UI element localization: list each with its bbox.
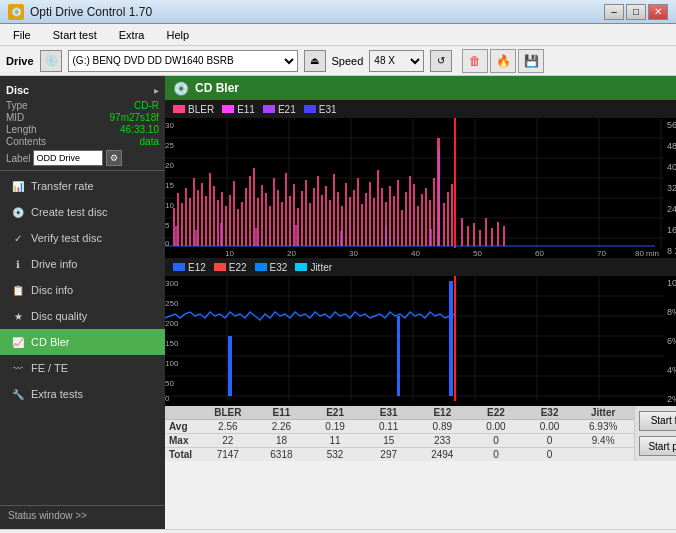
burn-button[interactable]: 🔥 bbox=[490, 49, 516, 73]
svg-rect-99 bbox=[385, 226, 387, 246]
svg-rect-38 bbox=[265, 193, 267, 246]
svg-rect-52 bbox=[321, 195, 323, 246]
disc-collapse-arrow[interactable]: ▸ bbox=[154, 85, 159, 96]
svg-rect-29 bbox=[229, 195, 231, 246]
sidebar-item-disc-info[interactable]: 📋 Disc info bbox=[0, 277, 165, 303]
sidebar-item-fe-te[interactable]: 〰 FE / TE bbox=[0, 355, 165, 381]
drive-select[interactable]: (G:) BENQ DVD DD DW1640 BSRB bbox=[68, 50, 298, 72]
max-e12: 233 bbox=[416, 435, 470, 446]
svg-rect-94 bbox=[195, 230, 197, 246]
y-label-56x: 56 X bbox=[667, 120, 676, 130]
y-label-2pct: 2% bbox=[667, 394, 676, 404]
svg-rect-75 bbox=[413, 184, 415, 246]
close-button[interactable]: ✕ bbox=[648, 4, 668, 20]
refresh-button[interactable]: ↺ bbox=[430, 50, 452, 72]
svg-rect-84 bbox=[451, 184, 453, 246]
svg-rect-41 bbox=[277, 190, 279, 246]
svg-rect-55 bbox=[333, 174, 335, 246]
max-e21: 11 bbox=[308, 435, 362, 446]
y-label-10pct: 10% bbox=[667, 278, 676, 288]
col-bler: BLER bbox=[201, 407, 255, 418]
sidebar-item-cd-bler[interactable]: 📈 CD Bler bbox=[0, 329, 165, 355]
verify-test-disc-icon: ✓ bbox=[11, 231, 25, 245]
y-label-32x: 32 X bbox=[667, 183, 676, 193]
avg-e11: 2.26 bbox=[255, 421, 309, 432]
svg-text:10: 10 bbox=[165, 201, 174, 210]
y-label-6pct: 6% bbox=[667, 336, 676, 346]
svg-rect-100 bbox=[430, 229, 432, 246]
svg-rect-22 bbox=[201, 183, 203, 246]
start-part-button[interactable]: Start part bbox=[639, 436, 676, 456]
svg-text:50: 50 bbox=[473, 249, 482, 258]
status-window-button[interactable]: Status window >> bbox=[0, 506, 165, 525]
speed-select[interactable]: 48 X bbox=[369, 50, 424, 72]
disc-label-input[interactable] bbox=[33, 150, 103, 166]
sidebar-item-disc-quality[interactable]: ★ Disc quality bbox=[0, 303, 165, 329]
bler-label: BLER bbox=[188, 104, 214, 115]
disc-type-label: Type bbox=[6, 100, 28, 111]
cd-bler-icon: 📈 bbox=[11, 335, 25, 349]
svg-rect-86 bbox=[467, 226, 469, 246]
total-e31: 297 bbox=[362, 449, 416, 460]
menu-help[interactable]: Help bbox=[157, 26, 198, 44]
legend-e22: E22 bbox=[214, 262, 247, 273]
start-full-button[interactable]: Start full bbox=[639, 411, 676, 431]
svg-rect-54 bbox=[329, 200, 331, 246]
sidebar-item-label: Disc info bbox=[31, 284, 73, 296]
create-test-disc-icon: 💿 bbox=[11, 205, 25, 219]
svg-rect-35 bbox=[253, 168, 255, 246]
svg-rect-23 bbox=[205, 196, 207, 246]
svg-rect-72 bbox=[401, 210, 403, 246]
disc-erase-button[interactable]: 🗑 bbox=[462, 49, 488, 73]
stats-area: BLER E11 E21 E31 E12 E22 E32 Jitter Avg … bbox=[165, 406, 676, 461]
disc-mid-label: MID bbox=[6, 112, 24, 123]
legend-e31: E31 bbox=[304, 104, 337, 115]
stats-max-row: Max 22 18 11 15 233 0 0 9.4% bbox=[165, 434, 634, 448]
window-controls: – □ ✕ bbox=[604, 4, 668, 20]
svg-rect-95 bbox=[220, 223, 222, 246]
svg-rect-71 bbox=[397, 180, 399, 246]
svg-rect-19 bbox=[189, 198, 191, 246]
jitter-color bbox=[295, 263, 307, 271]
status-section: Status window >> bbox=[0, 505, 165, 525]
sidebar-item-extra-tests[interactable]: 🔧 Extra tests bbox=[0, 381, 165, 407]
bottom-chart-svg: 300 250 200 150 100 50 0 0 10 20 30 40 5… bbox=[165, 276, 665, 406]
sidebar-item-verify-test-disc[interactable]: ✓ Verify test disc bbox=[0, 225, 165, 251]
sidebar-item-drive-info[interactable]: ℹ Drive info bbox=[0, 251, 165, 277]
svg-rect-85 bbox=[461, 218, 463, 246]
minimize-button[interactable]: – bbox=[604, 4, 624, 20]
save-button[interactable]: 💾 bbox=[518, 49, 544, 73]
menu-file[interactable]: File bbox=[4, 26, 40, 44]
disc-label-icon[interactable]: ⚙ bbox=[106, 150, 122, 166]
maximize-button[interactable]: □ bbox=[626, 4, 646, 20]
menu-start-test[interactable]: Start test bbox=[44, 26, 106, 44]
bottom-chart-y-right: 10% 8% 6% 4% 2% bbox=[665, 276, 676, 406]
svg-rect-64 bbox=[369, 182, 371, 246]
svg-rect-92 bbox=[503, 226, 505, 246]
eject-button[interactable]: ⏏ bbox=[304, 50, 326, 72]
max-jitter: 9.4% bbox=[576, 435, 630, 446]
drive-bar: Drive 💿 (G:) BENQ DVD DD DW1640 BSRB ⏏ S… bbox=[0, 46, 676, 76]
svg-rect-74 bbox=[409, 176, 411, 246]
svg-rect-40 bbox=[273, 178, 275, 246]
drive-icon: 💿 bbox=[40, 50, 62, 72]
sidebar: Disc ▸ Type CD-R MID 97m27s18f Length 46… bbox=[0, 76, 165, 529]
sidebar-item-transfer-rate[interactable]: 📊 Transfer rate bbox=[0, 173, 165, 199]
chart-header: 💿 CD Bler bbox=[165, 76, 676, 100]
svg-rect-36 bbox=[257, 198, 259, 246]
transfer-rate-icon: 📊 bbox=[11, 179, 25, 193]
svg-text:5: 5 bbox=[165, 221, 170, 230]
svg-rect-62 bbox=[361, 204, 363, 246]
sidebar-item-label: Verify test disc bbox=[31, 232, 102, 244]
svg-rect-53 bbox=[325, 186, 327, 246]
disc-contents-value: data bbox=[140, 136, 159, 147]
disc-panel: Disc ▸ Type CD-R MID 97m27s18f Length 46… bbox=[0, 80, 165, 171]
svg-rect-48 bbox=[305, 180, 307, 246]
svg-text:15: 15 bbox=[165, 181, 174, 190]
svg-rect-20 bbox=[193, 178, 195, 246]
svg-text:150: 150 bbox=[165, 339, 179, 348]
svg-rect-69 bbox=[389, 186, 391, 246]
svg-rect-76 bbox=[417, 206, 419, 246]
sidebar-item-create-test-disc[interactable]: 💿 Create test disc bbox=[0, 199, 165, 225]
menu-extra[interactable]: Extra bbox=[110, 26, 154, 44]
